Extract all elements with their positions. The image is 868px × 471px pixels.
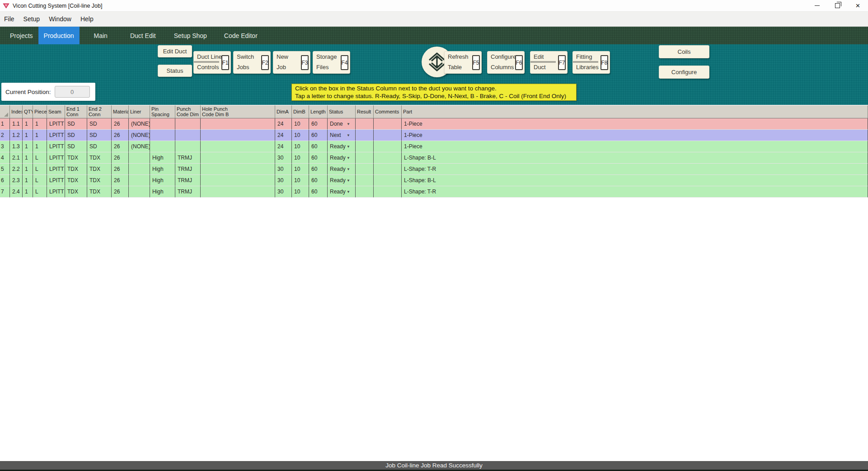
cell-num[interactable]: 3	[0, 141, 10, 152]
cell-dima[interactable]: 30	[275, 152, 292, 164]
minimize-button[interactable]	[807, 0, 827, 11]
cell-length[interactable]: 60	[309, 152, 328, 164]
toolbar-button-switch-jobs-f2[interactable]: SwitchJobsF2	[233, 51, 271, 74]
cell-part[interactable]: L-Shape: T-R	[402, 186, 868, 198]
cell-pieces[interactable]: 1	[33, 118, 47, 130]
cell-result[interactable]	[356, 175, 374, 186]
cell-material[interactable]: 26	[112, 175, 129, 186]
column-header-material[interactable]: Material	[112, 105, 129, 118]
status-cell[interactable]: Ready▼	[328, 186, 356, 198]
cell-qty[interactable]: 1	[23, 186, 33, 198]
column-header-seam[interactable]: Seam	[47, 105, 65, 118]
status-dropdown-icon[interactable]: ▼	[347, 145, 350, 149]
column-header-qty[interactable]: QTY	[23, 105, 33, 118]
cell-holea[interactable]	[175, 130, 201, 141]
status-dropdown-icon[interactable]: ▼	[347, 133, 350, 137]
cell-liner[interactable]	[129, 164, 150, 175]
cell-qty[interactable]: 1	[23, 118, 33, 130]
cell-material[interactable]: 26	[112, 118, 129, 130]
cell-part[interactable]: 1-Piece	[402, 118, 868, 130]
cell-pieces[interactable]: L	[33, 164, 47, 175]
menu-item-help[interactable]: Help	[76, 15, 98, 23]
cell-seam[interactable]: LPITT	[47, 118, 65, 130]
toolbar-button-fitting-libraries-f8[interactable]: FittingLibrariesF8	[572, 51, 610, 74]
cell-holeb[interactable]	[201, 164, 275, 175]
toolbar-button-configure-columns-f6[interactable]: ConfigureColumnsF6	[487, 51, 525, 74]
cell-holea[interactable]: TRMJ	[175, 186, 201, 198]
cell-index[interactable]: 2.3	[10, 175, 23, 186]
cell-dimb[interactable]: 10	[292, 118, 309, 130]
cell-holeb[interactable]	[201, 152, 275, 164]
cell-length[interactable]: 60	[309, 186, 328, 198]
cell-num[interactable]: 2	[0, 130, 10, 141]
toolbar-button-edit-duct-f7[interactable]: EditDuctF7	[530, 51, 568, 74]
cell-holea[interactable]: TRMJ	[175, 175, 201, 186]
cell-dima[interactable]: 24	[275, 141, 292, 152]
status-button[interactable]: Status	[158, 65, 192, 77]
cell-length[interactable]: 60	[309, 164, 328, 175]
cell-end1[interactable]: SD	[65, 130, 87, 141]
column-header-dimb[interactable]: DimB	[292, 105, 309, 118]
edit-duct-button[interactable]: Edit Duct	[158, 45, 192, 57]
restore-button[interactable]	[827, 0, 848, 11]
column-header-length[interactable]: Length	[309, 105, 328, 118]
tab-duct-edit[interactable]: Duct Edit	[125, 27, 161, 44]
cell-part[interactable]: 1-Piece	[402, 130, 868, 141]
status-dropdown-icon[interactable]: ▼	[347, 167, 350, 171]
column-header-comments[interactable]: Comments	[374, 105, 402, 118]
cell-dima[interactable]: 24	[275, 130, 292, 141]
status-dropdown-icon[interactable]: ▼	[347, 190, 350, 194]
cell-comments[interactable]	[374, 175, 402, 186]
cell-seam[interactable]: LPITT	[47, 175, 65, 186]
cell-seam[interactable]: LPITT	[47, 152, 65, 164]
cell-pin[interactable]	[150, 130, 175, 141]
cell-end1[interactable]: TDX	[65, 175, 87, 186]
cell-seam[interactable]: LPITT	[47, 164, 65, 175]
cell-end1[interactable]: TDX	[65, 186, 87, 198]
column-header-part[interactable]: Part	[402, 105, 868, 118]
cell-dimb[interactable]: 10	[292, 164, 309, 175]
cell-part[interactable]: L-Shape: B-L	[402, 152, 868, 164]
cell-pin[interactable]	[150, 118, 175, 130]
cell-num[interactable]: 1	[0, 118, 10, 130]
cell-material[interactable]: 26	[112, 186, 129, 198]
cell-dimb[interactable]: 10	[292, 130, 309, 141]
status-dropdown-icon[interactable]: ▼	[347, 179, 350, 183]
status-cell[interactable]: Ready▼	[328, 175, 356, 186]
cell-dimb[interactable]: 10	[292, 186, 309, 198]
cell-num[interactable]: 6	[0, 175, 10, 186]
toolbar-button-new-job-f3[interactable]: NewJobF3	[273, 51, 310, 74]
cell-qty[interactable]: 1	[23, 152, 33, 164]
cell-end2[interactable]: TDX	[87, 186, 112, 198]
cell-result[interactable]	[356, 130, 374, 141]
cell-material[interactable]: 26	[112, 164, 129, 175]
column-header-end-1-conn[interactable]: End 1 Conn	[65, 105, 87, 118]
status-cell[interactable]: Ready▼	[328, 164, 356, 175]
status-dropdown-icon[interactable]: ▼	[347, 156, 350, 160]
cell-part[interactable]: L-Shape: B-L	[402, 175, 868, 186]
cell-comments[interactable]	[374, 130, 402, 141]
cell-dimb[interactable]: 10	[292, 141, 309, 152]
cell-index[interactable]: 1.1	[10, 118, 23, 130]
cell-material[interactable]: 26	[112, 152, 129, 164]
cell-length[interactable]: 60	[309, 118, 328, 130]
cell-num[interactable]: 4	[0, 152, 10, 164]
tab-production[interactable]: Production	[38, 27, 80, 44]
cell-index[interactable]: 2.1	[10, 152, 23, 164]
cell-holeb[interactable]	[201, 118, 275, 130]
cell-dimb[interactable]: 10	[292, 175, 309, 186]
column-header-liner[interactable]: Liner	[129, 105, 150, 118]
cell-part[interactable]: L-Shape: T-R	[402, 164, 868, 175]
cell-num[interactable]: 5	[0, 164, 10, 175]
cell-qty[interactable]: 1	[23, 164, 33, 175]
cell-dimb[interactable]: 10	[292, 152, 309, 164]
coils-button[interactable]: Coils	[659, 45, 709, 58]
cell-comments[interactable]	[374, 186, 402, 198]
cell-qty[interactable]: 1	[23, 175, 33, 186]
cell-length[interactable]: 60	[309, 141, 328, 152]
cell-dima[interactable]: 24	[275, 118, 292, 130]
status-cell[interactable]: Done▼	[328, 118, 356, 130]
cell-dima[interactable]: 30	[275, 175, 292, 186]
cell-end2[interactable]: SD	[87, 118, 112, 130]
cell-index[interactable]: 1.2	[10, 130, 23, 141]
